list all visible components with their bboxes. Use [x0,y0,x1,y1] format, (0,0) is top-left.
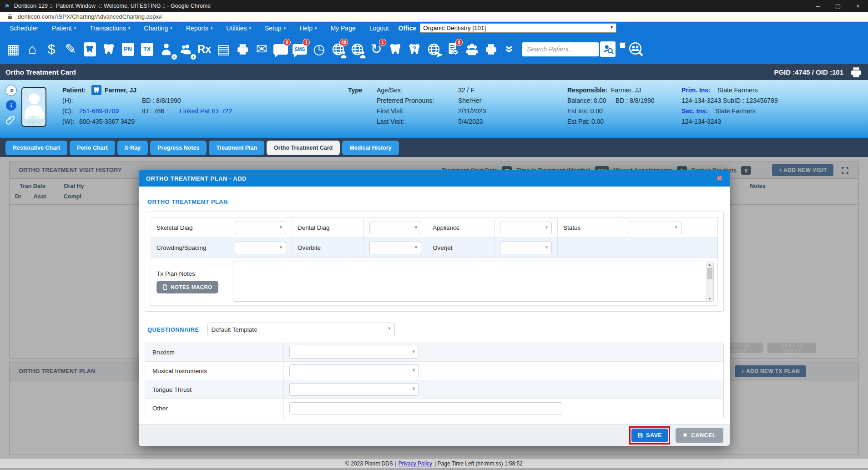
family-search-button[interactable] [627,40,645,58]
sms-icon-badge: 1 [303,39,310,46]
overjet-select[interactable] [500,242,552,254]
cell-phone-label: (C): [62,107,73,115]
search-patient-input[interactable] [522,42,599,56]
save-button[interactable]: SAVE [631,429,668,442]
last-visit-value: 5/4/2023 [458,118,483,125]
sms-icon[interactable]: SMS1 [290,39,309,60]
tab-medical-history[interactable]: Medical History [342,141,399,155]
rx-icon[interactable]: Rx [195,39,214,60]
browser-urlbar[interactable]: denticon.com/ASPX/Charting/AdvancedChart… [0,12,868,22]
tooth-chart-icon[interactable] [386,39,405,60]
ortho-treatment-plan-add-modal: ORTHO TREATMENT PLAN - ADD ✖ ORTHO TREAT… [139,170,730,446]
family-file-icon[interactable] [462,39,481,60]
eligibility-icon[interactable]: 0 [443,39,462,60]
print-page-icon[interactable] [850,66,863,78]
web-registration-icon-badge: 48 [339,39,348,46]
perio-chart-icon[interactable] [99,39,118,60]
messages-icon[interactable]: 0 [271,39,290,60]
home-icon[interactable]: ⌂ [23,39,42,60]
tx-plan-notes-textarea[interactable] [234,263,706,300]
add-family-icon[interactable]: + [176,39,195,60]
restorative-chart-icon[interactable] [80,39,99,60]
textarea-scrollbar[interactable]: ▲▼ [706,263,713,301]
close-window-button[interactable]: × [848,0,868,12]
tx-plan-notes-textarea-wrap: ▲▼ [233,262,714,302]
modal-section-title: ORTHO TREATMENT PLAN [147,198,724,205]
treatment-plan-icon[interactable]: TX [137,39,156,60]
nav-item-scheduler[interactable]: Scheduler [3,22,45,34]
tab-ortho-treatment-card[interactable]: Ortho Treatment Card [267,141,340,155]
prim-ins-value: State Farmers [717,86,758,94]
nav-item-label: Transactions [90,25,126,32]
first-visit-value: 2/11/2023 [458,107,486,115]
patient-photo-placeholder[interactable]: Add a Photo [21,87,46,127]
crowding-spacing-select[interactable] [235,242,286,254]
search-patient-button[interactable] [600,41,616,57]
nav-item-charting[interactable]: Charting▾ [137,22,179,34]
tab-restorative-chart[interactable]: Restorative Chart [5,141,67,155]
paperclip-icon[interactable] [6,114,15,126]
appliance-select[interactable] [500,222,552,234]
patient-portal-icon[interactable] [348,39,367,60]
print-toolbar-icon[interactable] [481,39,500,60]
web-claims-icon[interactable] [424,39,443,60]
progress-notes-icon[interactable]: PN [118,39,137,60]
work-phone-label: (W): [62,118,74,125]
nav-menu: SchedulerPatient▾Transactions▾Charting▾R… [3,22,396,34]
status-select-wrap [628,222,681,234]
web-registration-icon[interactable]: 48 [328,39,348,60]
tab-perio-chart[interactable]: Perio Chart [70,141,115,155]
icon-toolbar: ▦⌂$✎PNTX++Rx▤✉0SMS1◷48↻1?0» [0,34,868,64]
maximize-button[interactable]: ▢ [828,0,848,12]
transactions-icon[interactable]: $ [42,39,61,60]
bruxism-select[interactable] [289,346,419,359]
prim-ins-detail: 124-134-3243 SubID : 123456789 [681,97,778,104]
collapse-banner-button[interactable]: » [5,85,17,96]
notes-macro-button[interactable]: NOTES MACRO [156,281,218,293]
modal-close-icon[interactable]: ✖ [717,174,722,182]
time-clock-icon[interactable]: ◷ [309,39,328,60]
search-option-checkbox[interactable] [620,42,626,48]
collapse-toolbar-icon[interactable]: » [500,39,520,60]
privacy-policy-link[interactable]: Privacy Policy [398,460,432,467]
scheduler-icon[interactable]: ▦ [4,39,23,60]
questionnaire-select-wrap: Default Template [207,323,395,336]
nav-item-my-page[interactable]: My Page [323,22,362,34]
route-slip-icon[interactable] [233,39,252,60]
tab-progress-notes[interactable]: Progress Notes [150,141,207,155]
nav-item-patient[interactable]: Patient▾ [45,22,83,34]
tooth-question-icon[interactable]: ? [405,39,424,60]
charting-icon[interactable]: ✎ [61,39,80,60]
office-select[interactable]: Organic Dentistry [101] [420,23,616,33]
patient-sync-icon[interactable]: ↻1 [367,39,386,60]
add-patient-icon[interactable]: + [156,39,176,60]
nav-item-utilities[interactable]: Utilities▾ [219,22,258,34]
cancel-button[interactable]: ✖ CANCEL [676,428,723,443]
tab-treatment-plan[interactable]: Treatment Plan [209,141,264,155]
last-visit-label: Last Visit: [377,118,404,125]
minimize-button[interactable]: ─ [808,0,828,12]
status-select[interactable] [628,222,681,234]
nav-item-help[interactable]: Help▾ [293,22,323,34]
quick-notes-icon[interactable]: ▤ [214,39,233,60]
nav-item-setup[interactable]: Setup▾ [258,22,293,34]
sec-ins-value: State Farmers [715,107,756,115]
nav-item-transactions[interactable]: Transactions▾ [83,22,137,34]
questionnaire-select[interactable]: Default Template [207,323,395,336]
tab-x-ray[interactable]: X-Ray [117,141,148,155]
nav-item-reports[interactable]: Reports▾ [179,22,220,34]
skeletal-diag-select[interactable] [235,222,286,234]
appliance-select-wrap [500,222,552,234]
cell-phone-link[interactable]: 251-689-0709 [79,107,119,115]
lock-icon [7,13,13,20]
dental-diag-select[interactable] [369,222,421,234]
tongue-thrust-select[interactable] [289,383,419,396]
mail-icon[interactable]: ✉ [252,39,271,60]
musical-instruments-select[interactable] [289,364,419,377]
nav-item-logout[interactable]: Logout [363,22,396,34]
patient-tooth-icon[interactable] [91,85,101,95]
other-input[interactable] [289,402,562,414]
linked-pat-id-link[interactable]: Linked Pat ID: 722 [180,107,232,115]
overbite-select[interactable] [369,242,421,254]
info-icon[interactable]: i [6,100,16,111]
